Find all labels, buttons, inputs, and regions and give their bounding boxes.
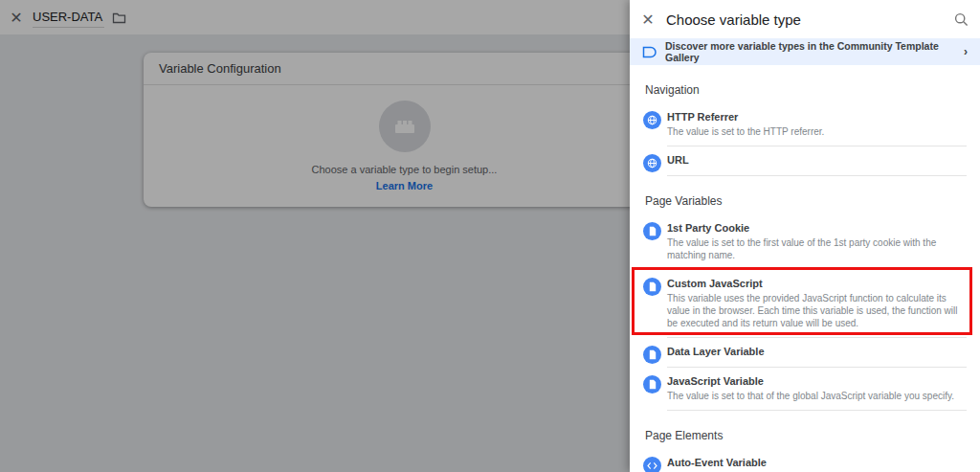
file-icon [643, 222, 661, 240]
variable-type-description: This variable uses the provided JavaScri… [667, 292, 967, 329]
code-icon [643, 457, 661, 472]
section-header-page-variables: Page Variables [645, 194, 980, 208]
variable-type-description: The value is set to that of the global J… [667, 390, 967, 402]
file-icon [643, 346, 661, 364]
variable-type-title: JavaScript Variable [667, 374, 967, 389]
banner-text: Discover more variable types in the Comm… [665, 40, 951, 63]
variable-type-1st-party-cookie[interactable]: 1st Party Cookie The value is set to the… [630, 214, 980, 270]
panel-header: ✕ Choose variable type [630, 0, 980, 38]
choose-variable-type-panel: ✕ Choose variable type Discover more var… [630, 0, 980, 472]
variable-type-http-referrer[interactable]: HTTP Referrer The value is set to the HT… [630, 103, 980, 146]
file-icon [643, 278, 661, 296]
chevron-right-icon: › [951, 45, 980, 58]
panel-title: Choose variable type [666, 11, 942, 28]
section-header-navigation: Navigation [645, 83, 980, 97]
variable-type-custom-javascript[interactable]: Custom JavaScript This variable uses the… [630, 270, 980, 338]
section-header-page-elements: Page Elements [645, 429, 980, 442]
variable-type-auto-event-variable[interactable]: Auto-Event Variable [630, 449, 980, 472]
file-icon [643, 375, 661, 393]
variable-type-title: HTTP Referrer [667, 110, 967, 124]
divider [667, 175, 967, 176]
variable-type-data-layer-variable[interactable]: Data Layer Variable [630, 338, 980, 368]
variable-type-title: 1st Party Cookie [667, 221, 967, 236]
variable-type-description: The value is set to the first value of t… [667, 236, 967, 261]
globe-icon [643, 111, 661, 129]
variable-type-url[interactable]: URL [630, 146, 980, 176]
variable-type-title: URL [667, 153, 967, 168]
variable-type-javascript-variable[interactable]: JavaScript Variable The value is set to … [630, 368, 980, 411]
variable-type-title: Data Layer Variable [667, 345, 967, 359]
variable-type-title: Custom JavaScript [667, 277, 967, 291]
template-gallery-icon [642, 46, 665, 58]
variable-type-title: Auto-Event Variable [667, 456, 967, 470]
divider [667, 410, 967, 411]
variable-type-description: The value is set to the HTTP referrer. [667, 125, 967, 138]
modal-dim-overlay [0, 0, 631, 472]
panel-close-icon[interactable]: ✕ [630, 11, 666, 29]
globe-icon [643, 154, 661, 172]
search-icon[interactable] [942, 12, 980, 27]
community-gallery-banner[interactable]: Discover more variable types in the Comm… [630, 38, 980, 65]
